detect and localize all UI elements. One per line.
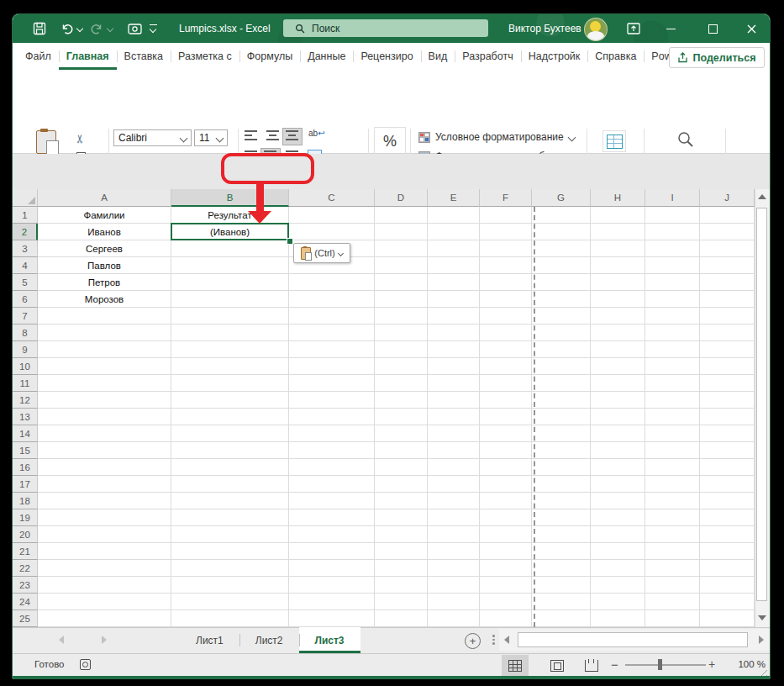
cell-I1[interactable]	[645, 207, 700, 224]
cell-B13[interactable]	[171, 409, 289, 425]
cell-D12[interactable]	[375, 392, 428, 409]
styles-button-0[interactable]: Условное форматирование	[418, 130, 575, 144]
cell-E22[interactable]	[428, 560, 480, 577]
cell-I11[interactable]	[645, 375, 700, 392]
cell-C9[interactable]	[289, 341, 375, 358]
row-header-16[interactable]: 16	[13, 459, 38, 476]
cell-I25[interactable]	[645, 610, 700, 627]
cell-F13[interactable]	[480, 409, 532, 425]
cell-E4[interactable]	[428, 257, 480, 274]
column-header-C[interactable]: C	[289, 189, 375, 207]
cell-H2[interactable]	[591, 224, 645, 240]
cell-H1[interactable]	[591, 207, 645, 224]
cell-I2[interactable]	[645, 224, 700, 240]
cell-I17[interactable]	[645, 476, 700, 493]
cell-A12[interactable]	[38, 392, 171, 409]
zoom-slider-track[interactable]	[625, 664, 706, 666]
cell-H9[interactable]	[591, 341, 645, 358]
cell-H10[interactable]	[591, 358, 645, 375]
page-break-view-icon[interactable]	[585, 660, 598, 672]
cell-G16[interactable]	[532, 459, 591, 476]
cell-A14[interactable]	[38, 425, 171, 442]
cell-C22[interactable]	[289, 560, 375, 577]
cell-C24[interactable]	[289, 594, 375, 610]
cell-J11[interactable]	[700, 375, 755, 392]
cell-D10[interactable]	[375, 358, 428, 375]
paste-options-button[interactable]: (Ctrl)	[293, 243, 350, 263]
cell-B5[interactable]	[171, 274, 289, 291]
cell-B6[interactable]	[171, 291, 289, 308]
cell-H7[interactable]	[591, 308, 645, 325]
cell-E7[interactable]	[428, 308, 480, 325]
cell-G19[interactable]	[532, 509, 591, 526]
cell-G23[interactable]	[532, 577, 591, 594]
cell-H12[interactable]	[591, 392, 645, 409]
cell-F7[interactable]	[480, 308, 532, 325]
fill-handle[interactable]	[287, 238, 293, 245]
cell-G15[interactable]	[532, 442, 591, 459]
cell-G18[interactable]	[532, 493, 591, 509]
cell-J4[interactable]	[700, 257, 755, 274]
select-all-corner[interactable]	[13, 189, 38, 207]
cell-J7[interactable]	[700, 308, 755, 325]
macro-record-icon[interactable]	[80, 659, 91, 670]
align-bottom-icon[interactable]	[286, 130, 298, 140]
cell-D11[interactable]	[375, 375, 428, 392]
row-header-12[interactable]: 12	[13, 392, 38, 409]
cell-I23[interactable]	[645, 577, 700, 594]
cell-I24[interactable]	[645, 594, 700, 610]
page-layout-view-icon[interactable]	[550, 660, 564, 672]
redo-icon[interactable]	[91, 22, 104, 35]
cell-G7[interactable]	[532, 308, 591, 325]
cell-A10[interactable]	[38, 358, 171, 375]
cell-B18[interactable]	[171, 493, 289, 509]
cell-E21[interactable]	[428, 543, 480, 560]
cell-J9[interactable]	[700, 341, 755, 358]
cell-J15[interactable]	[700, 442, 755, 459]
share-button[interactable]: Поделиться	[669, 47, 765, 68]
sheet-tab-Лист1[interactable]: Лист1	[180, 627, 239, 653]
qat-customize-icon[interactable]	[150, 24, 157, 25]
search-box[interactable]: Поиск	[283, 19, 488, 37]
cell-H14[interactable]	[591, 425, 645, 442]
cell-G12[interactable]	[532, 392, 591, 409]
cell-I10[interactable]	[645, 358, 700, 375]
cell-B15[interactable]	[171, 442, 289, 459]
cell-G10[interactable]	[532, 358, 591, 375]
cell-D3[interactable]	[375, 240, 428, 257]
row-header-24[interactable]: 24	[13, 594, 38, 610]
cell-B4[interactable]	[171, 257, 289, 274]
cell-H3[interactable]	[591, 240, 645, 257]
tab-Рецензиро[interactable]: Рецензиро	[353, 43, 420, 70]
tab-scroll-splitter[interactable]	[492, 635, 495, 645]
scroll-down-icon[interactable]	[758, 615, 766, 620]
cell-I19[interactable]	[645, 509, 700, 526]
sheet-tab-Лист3[interactable]: Лист3	[299, 627, 360, 653]
cell-J6[interactable]	[700, 291, 755, 308]
cell-E5[interactable]	[428, 274, 480, 291]
cell-F5[interactable]	[480, 274, 532, 291]
cell-D7[interactable]	[375, 308, 428, 325]
column-header-J[interactable]: J	[700, 189, 755, 207]
cell-B7[interactable]	[171, 308, 289, 325]
cell-F6[interactable]	[480, 291, 532, 308]
cell-E16[interactable]	[428, 459, 480, 476]
row-header-3[interactable]: 3	[13, 240, 38, 257]
cell-A15[interactable]	[38, 442, 171, 459]
cell-D17[interactable]	[375, 476, 428, 493]
row-header-1[interactable]: 1	[13, 207, 38, 224]
cell-C1[interactable]	[289, 207, 375, 224]
tab-Справка[interactable]: Справка	[587, 43, 644, 70]
cell-F15[interactable]	[480, 442, 532, 459]
cell-B21[interactable]	[171, 543, 289, 560]
cell-J25[interactable]	[700, 610, 755, 627]
row-header-22[interactable]: 22	[13, 560, 38, 577]
cell-A1[interactable]: Фамилии	[38, 207, 171, 224]
cell-D9[interactable]	[375, 341, 428, 358]
cell-I4[interactable]	[645, 257, 700, 274]
cell-F12[interactable]	[480, 392, 532, 409]
cell-G25[interactable]	[532, 610, 591, 627]
cell-C19[interactable]	[289, 509, 375, 526]
row-header-4[interactable]: 4	[13, 257, 38, 274]
cell-H15[interactable]	[591, 442, 645, 459]
